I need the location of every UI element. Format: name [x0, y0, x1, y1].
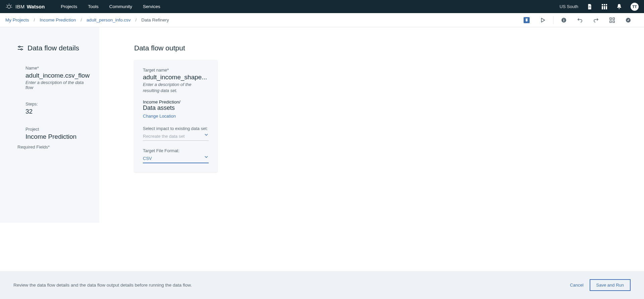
details-sidebar: Data flow details Name* adult_income.csv… — [0, 27, 99, 223]
brand-watson-text: Watson — [27, 4, 45, 9]
crumb-sep: / — [135, 17, 137, 23]
document-icon[interactable] — [586, 3, 593, 10]
sidebar-title: Data flow details — [17, 44, 86, 52]
svg-rect-10 — [606, 6, 607, 9]
target-path: Income Prediction/ — [143, 99, 209, 104]
svg-rect-19 — [564, 19, 564, 19]
impact-label: Select impact to existing data set: — [143, 126, 209, 131]
target-desc[interactable]: Enter a description of the resulting dat… — [143, 82, 209, 93]
settings-sliders-icon — [17, 45, 23, 51]
watson-logo-icon — [5, 3, 13, 10]
subnav-toolbar — [516, 16, 639, 24]
svg-rect-9 — [604, 6, 605, 9]
target-assets: Data assets — [143, 104, 209, 112]
target-name-label: Target name* — [143, 68, 209, 73]
brand-ibm-text: IBM — [15, 4, 25, 9]
crumb-sep: / — [80, 17, 82, 23]
redo-icon[interactable] — [593, 17, 599, 23]
info-icon[interactable] — [561, 17, 567, 23]
svg-rect-16 — [526, 18, 528, 19]
format-value: CSV — [143, 156, 152, 161]
svg-rect-12 — [604, 4, 605, 5]
output-card: Target name* adult_income_shape... Enter… — [134, 60, 217, 172]
svg-rect-20 — [610, 18, 611, 19]
flow-name-value[interactable]: adult_income.csv_flow — [25, 72, 86, 79]
svg-rect-21 — [613, 18, 614, 19]
svg-point-28 — [21, 49, 22, 50]
cancel-button[interactable]: Cancel — [570, 283, 583, 288]
primary-nav: Projects Tools Community Services — [61, 4, 160, 9]
breadcrumb: My Projects / Income Prediction / adult_… — [5, 17, 169, 23]
svg-point-15 — [526, 19, 528, 22]
region-label[interactable]: US South — [559, 4, 578, 9]
svg-rect-11 — [602, 4, 603, 5]
top-nav-right: US South TT — [559, 3, 639, 11]
compass-icon[interactable] — [625, 17, 631, 23]
crumb-my-projects[interactable]: My Projects — [5, 17, 29, 23]
output-title: Data flow output — [134, 44, 644, 52]
run-flow-icon[interactable] — [540, 17, 546, 23]
breadcrumb-bar: My Projects / Income Prediction / adult_… — [0, 13, 644, 27]
svg-rect-23 — [613, 21, 614, 23]
brand-logo[interactable]: IBM Watson — [5, 3, 45, 10]
format-label: Target File Format: — [143, 148, 209, 153]
svg-rect-13 — [606, 4, 607, 5]
impact-select[interactable]: Recreate the data set — [143, 132, 209, 141]
notification-bell-icon[interactable] — [616, 3, 623, 10]
svg-rect-22 — [610, 21, 611, 23]
crumb-source-file[interactable]: adult_person_info.csv — [87, 17, 130, 23]
nav-community[interactable]: Community — [109, 4, 132, 9]
crumb-current: Data Refinery — [141, 17, 169, 23]
footer-message: Review the data flow details and the dat… — [13, 283, 192, 288]
flow-name-label: Name* — [25, 66, 86, 71]
svg-rect-6 — [589, 6, 590, 6]
output-content: Data flow output Target name* adult_inco… — [99, 27, 644, 223]
svg-point-0 — [7, 5, 10, 8]
svg-rect-8 — [602, 6, 603, 9]
svg-rect-7 — [589, 7, 590, 7]
required-fields-note: Required Fields* — [17, 144, 86, 150]
chevron-down-icon — [205, 156, 208, 158]
sidebar-title-text: Data flow details — [28, 44, 79, 52]
svg-line-2 — [7, 5, 7, 5]
top-nav: IBM Watson Projects Tools Community Serv… — [0, 0, 644, 13]
project-label: Project — [25, 127, 86, 132]
target-name-value[interactable]: adult_income_shape... — [143, 74, 209, 81]
svg-rect-18 — [564, 20, 564, 22]
change-location-link[interactable]: Change Location — [143, 114, 176, 119]
nav-projects[interactable]: Projects — [61, 4, 77, 9]
undo-icon[interactable] — [577, 17, 583, 23]
save-and-run-button[interactable]: Save and Run — [590, 279, 631, 291]
modules-icon[interactable] — [609, 17, 615, 23]
crumb-sep: / — [34, 17, 35, 23]
nav-tools[interactable]: Tools — [88, 4, 99, 9]
format-select[interactable]: CSV — [143, 154, 209, 163]
svg-point-26 — [19, 46, 20, 47]
project-value: Income Prediction — [25, 133, 86, 140]
footer-bar: Review the data flow details and the dat… — [0, 271, 644, 299]
main-content: Data flow details Name* adult_income.csv… — [0, 27, 644, 223]
crumb-income-prediction[interactable]: Income Prediction — [40, 17, 76, 23]
catalog-icon[interactable] — [601, 3, 608, 10]
steps-label: Steps: — [25, 101, 86, 106]
impact-value: Recreate the data set — [143, 134, 184, 139]
steps-value: 32 — [25, 108, 86, 115]
save-flow-icon[interactable] — [524, 17, 530, 23]
flow-name-desc[interactable]: Enter a description of the data flow — [25, 80, 86, 90]
nav-services[interactable]: Services — [143, 4, 160, 9]
svg-line-3 — [11, 5, 11, 5]
user-avatar[interactable]: TT — [631, 3, 639, 11]
chevron-down-icon — [205, 134, 208, 136]
